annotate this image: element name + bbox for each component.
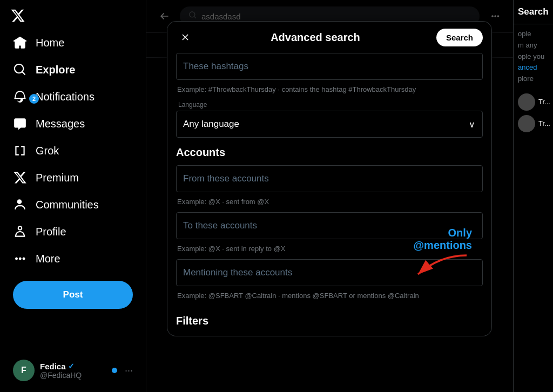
language-select[interactable]: Any language — [176, 111, 483, 138]
from-accounts-hint: Example: @X · sent from @X — [176, 194, 483, 212]
sidebar-profile-label: Profile — [36, 226, 66, 238]
modal-search-button[interactable]: Search — [436, 29, 483, 46]
modal-overlay[interactable]: Advanced search Search Example: #Throwba… — [146, 0, 513, 392]
sidebar-communities-label: Communities — [36, 199, 99, 211]
notification-badge: 2 — [29, 94, 39, 104]
x-logo[interactable] — [6, 4, 29, 27]
to-accounts-hint: Example: @X · sent in reply to @X — [176, 241, 483, 259]
home-icon — [13, 36, 27, 50]
user-info: Fedica ✓ @FedicaHQ — [40, 362, 106, 380]
advanced-search-link[interactable]: anced — [518, 62, 549, 73]
modal-header: Advanced search Search — [167, 22, 491, 53]
online-indicator — [112, 368, 117, 373]
sidebar-item-more[interactable]: More — [6, 245, 139, 272]
mentioning-input[interactable] — [176, 259, 483, 286]
sidebar-more-label: More — [36, 253, 60, 265]
more-icon — [13, 252, 27, 266]
right-panel: Search ople m any ople you anced plore T… — [513, 0, 553, 392]
modal-body: Example: #ThrowbackThursday · contains t… — [167, 53, 491, 336]
post-button[interactable]: Post — [13, 281, 133, 309]
from-accounts-input-group — [176, 165, 483, 192]
avatar: F — [13, 360, 35, 381]
mentioning-section: Only @mentions — [176, 259, 483, 306]
from-accounts-input[interactable] — [176, 165, 483, 192]
language-label: Language — [176, 100, 483, 110]
hashtags-hint: Example: #ThrowbackThursday · contains t… — [176, 82, 483, 100]
x-logo-icon — [10, 8, 25, 23]
profile-icon — [13, 225, 27, 239]
sidebar-home-label: Home — [36, 37, 64, 49]
sidebar-item-premium[interactable]: Premium — [6, 164, 139, 191]
sidebar-notifications-label: Notifications — [36, 91, 95, 103]
grok-icon — [13, 144, 27, 158]
premium-icon — [13, 171, 27, 185]
sidebar-grok-label: Grok — [36, 145, 59, 157]
explore-icon — [13, 63, 27, 77]
to-accounts-input[interactable] — [176, 212, 483, 239]
modal-title: Advanced search — [271, 31, 360, 44]
sidebar-item-communities[interactable]: Communities — [6, 191, 139, 218]
user-more-button[interactable]: ··· — [125, 365, 133, 376]
sidebar-item-profile[interactable]: Profile — [6, 218, 139, 245]
communities-icon — [13, 198, 27, 212]
filters-section-title: Filters — [176, 310, 483, 327]
sidebar-item-home[interactable]: Home — [6, 29, 139, 56]
sidebar-premium-label: Premium — [36, 172, 79, 184]
user-profile-area[interactable]: F Fedica ✓ @FedicaHQ ··· — [6, 353, 139, 388]
right-panel-content: ople m any ople you anced plore Tr... Tr… — [514, 24, 553, 137]
user-handle: @FedicaHQ — [40, 371, 106, 380]
mentioning-input-group — [176, 259, 483, 286]
sidebar-item-messages[interactable]: Messages — [6, 110, 139, 137]
language-select-group: Language Any language ∨ — [176, 100, 483, 138]
right-panel-search-label: Search — [514, 0, 553, 24]
sidebar-messages-label: Messages — [36, 118, 85, 130]
sidebar-item-explore[interactable]: Explore — [6, 56, 139, 83]
user-name: Fedica ✓ — [40, 362, 106, 371]
accounts-section-title: Accounts — [176, 146, 483, 159]
hashtags-input-group — [176, 53, 483, 80]
sidebar: Home Explore 2 Notifications Messages Gr… — [0, 0, 146, 392]
mentioning-hint: Example: @SFBART @Caltrain · mentions @S… — [176, 288, 483, 306]
advanced-search-modal: Advanced search Search Example: #Throwba… — [167, 22, 491, 336]
modal-close-button[interactable] — [176, 28, 194, 46]
verified-icon: ✓ — [68, 362, 75, 370]
messages-icon — [13, 117, 27, 131]
sidebar-item-notifications[interactable]: 2 Notifications — [6, 83, 139, 110]
hashtags-input[interactable] — [176, 53, 483, 80]
to-accounts-input-group — [176, 212, 483, 239]
sidebar-explore-label: Explore — [36, 64, 75, 76]
sidebar-item-grok[interactable]: Grok — [6, 137, 139, 164]
language-select-wrapper: Any language ∨ — [176, 111, 483, 138]
notifications-icon: 2 — [13, 90, 27, 104]
